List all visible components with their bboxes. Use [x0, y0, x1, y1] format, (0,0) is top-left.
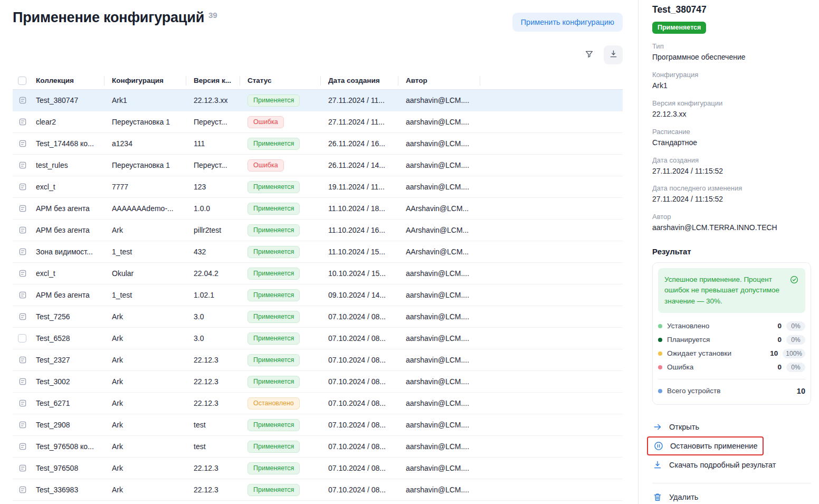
stat-dot-icon: [658, 351, 662, 356]
row-leading-cell: [13, 117, 36, 127]
cell-author: aarshavin@LCM....: [398, 269, 480, 278]
result-heading: Результат: [652, 247, 811, 256]
table-row[interactable]: АРМ без агента1_test1.02.1Применяется09.…: [13, 284, 623, 306]
result-stat-row: Планируется 0 0%: [658, 333, 805, 347]
column-header-version[interactable]: Версия к...: [186, 76, 240, 85]
row-leading-cell: [13, 312, 36, 321]
cell-author: aarshavin@LCM....: [398, 486, 480, 494]
cell-status: Применяется: [240, 289, 321, 301]
cell-author: aarshavin@LCM....: [398, 312, 480, 321]
table-row[interactable]: Test_380747Ark122.12.3.xxПрименяется27.1…: [13, 90, 623, 111]
collection-icon: [18, 442, 27, 451]
apply-configuration-button[interactable]: Применить конфигурацию: [512, 13, 623, 32]
open-action[interactable]: Открыть: [652, 417, 699, 436]
cell-status: Применяется: [240, 462, 321, 474]
cell-version: 22.12.3: [186, 356, 240, 364]
table-row[interactable]: Test_2908ArktestПрименяется07.10.2024 / …: [13, 414, 623, 436]
collection-icon: [18, 182, 27, 192]
select-all-checkbox[interactable]: [18, 77, 26, 85]
row-checkbox[interactable]: [18, 334, 26, 343]
stat-dot-icon: [658, 324, 662, 328]
field-value: 27.11.2024 / 11:15:52: [652, 166, 811, 176]
status-pill: Применяется: [247, 181, 300, 193]
cell-author: AArshavin@LCM...: [398, 248, 480, 256]
cell-version: 1.0.0: [186, 204, 240, 213]
status-pill: Ошибка: [247, 116, 284, 128]
collection-icon: [18, 204, 27, 213]
table-row[interactable]: excl_tOkular22.04.2Применяется10.10.2024…: [13, 263, 623, 284]
column-header-status[interactable]: Статус: [240, 76, 321, 85]
table-row[interactable]: Test_2327Ark22.12.3Применяется07.10.2024…: [13, 349, 623, 371]
cell-created: 07.10.2024 / 08...: [321, 442, 398, 451]
table-row[interactable]: test_rulesПереустановка 1Переуст...Ошибк…: [13, 155, 623, 176]
stat-dot-icon: [658, 365, 662, 369]
check-circle-icon: [789, 275, 799, 284]
column-header-collection[interactable]: Коллекция: [36, 76, 104, 85]
detail-field: Автор aarshavin@LCM.TERRA.INNO.TECH: [652, 213, 811, 233]
table-row[interactable]: Зона видимост...1_test432Применяется11.1…: [13, 241, 623, 263]
cell-created: 07.10.2024 / 08...: [321, 377, 398, 386]
table-header-row: Коллекция Конфигурация Версия к... Стату…: [13, 72, 623, 90]
row-leading-cell: [13, 204, 36, 213]
export-button[interactable]: [604, 45, 623, 64]
download-icon: [608, 49, 618, 61]
cell-status: Применяется: [240, 246, 321, 258]
detail-field: Тип Программное обеспечение: [652, 42, 811, 62]
row-leading-cell: [13, 96, 36, 105]
row-leading-cell: [13, 442, 36, 451]
row-leading-cell: [13, 420, 36, 430]
cell-status: Ошибка: [240, 116, 321, 128]
download-icon: [652, 460, 663, 470]
cell-status: Применяется: [240, 203, 321, 215]
panel-fields: Тип Программное обеспечениеКонфигурация …: [652, 42, 811, 233]
cell-author: aarshavin@LCM....: [398, 139, 480, 148]
status-pill: Применяется: [247, 332, 300, 345]
table-row[interactable]: clear2Переустановка 1Переуст...Ошибка27.…: [13, 111, 623, 133]
table-row[interactable]: Test_976508 ко...ArktestПрименяется07.10…: [13, 436, 623, 458]
collection-icon: [18, 312, 27, 321]
row-leading-cell: [13, 485, 36, 495]
filter-button[interactable]: [579, 45, 598, 64]
table-row[interactable]: АРМ без агентаAAAAAAAdemo-...1.0.0Примен…: [13, 198, 623, 220]
status-pill: Применяется: [247, 138, 300, 150]
table-row[interactable]: Test_6271Ark22.12.3Остановлено07.10.2024…: [13, 393, 623, 414]
delete-action[interactable]: Удалить: [652, 488, 698, 504]
table-row[interactable]: Test_7256Ark3.0Применяется07.10.2024 / 0…: [13, 306, 623, 328]
column-header-created[interactable]: Дата создания: [321, 76, 398, 85]
collection-icon: [18, 398, 27, 408]
table-row[interactable]: Test_3002Ark22.12.3Применяется07.10.2024…: [13, 371, 623, 393]
column-header-configuration[interactable]: Конфигурация: [104, 76, 186, 85]
cell-status: Применяется: [240, 181, 321, 193]
collection-icon: [18, 269, 27, 278]
cell-collection: excl_t: [36, 269, 104, 278]
cell-created: 07.10.2024 / 08...: [321, 421, 398, 429]
cell-configuration: Ark: [104, 421, 186, 429]
table-row[interactable]: excl_t7777123Применяется19.11.2024 / 11.…: [13, 176, 623, 198]
field-value: Ark1: [652, 81, 811, 91]
table-toolbar: [13, 45, 623, 64]
cell-version: 22.12.3: [186, 464, 240, 472]
table-row[interactable]: АРМ без агентаArkpillr2testПрименяется11…: [13, 220, 623, 241]
row-leading-cell: [13, 290, 36, 300]
page-header: Применение конфигураций 39 Применить кон…: [13, 9, 623, 32]
cell-configuration: Переустановка 1: [104, 161, 186, 169]
app-root: Применение конфигураций 39 Применить кон…: [0, 0, 819, 504]
panel-actions: Открыть Остановить применение Скачать по…: [652, 417, 811, 474]
status-pill: Применяется: [247, 203, 300, 215]
cell-created: 11.10.2024 / 18...: [321, 204, 398, 213]
download-result-action[interactable]: Скачать подробный результат: [652, 455, 776, 474]
column-header-filler: [480, 76, 623, 85]
table-row[interactable]: Test_6528Ark3.0Применяется07.10.2024 / 0…: [13, 328, 623, 349]
table-row[interactable]: Test_976508Ark22.12.3Применяется07.10.20…: [13, 458, 623, 479]
cell-created: 07.10.2024 / 08...: [321, 312, 398, 321]
cell-status: Остановлено: [240, 397, 321, 410]
page-title: Применение конфигураций: [13, 9, 204, 26]
table-row[interactable]: Test_336983Ark22.12.3Применяется07.10.20…: [13, 479, 623, 501]
column-header-author[interactable]: Автор: [398, 76, 480, 85]
stop-action[interactable]: Остановить применение: [647, 436, 764, 455]
cell-collection: Test_336983: [36, 486, 104, 494]
field-label: Тип: [652, 42, 811, 50]
collection-icon: [18, 290, 27, 300]
trash-icon: [652, 492, 663, 502]
table-row[interactable]: Test_174468 ко...a1234111Применяется26.1…: [13, 133, 623, 155]
